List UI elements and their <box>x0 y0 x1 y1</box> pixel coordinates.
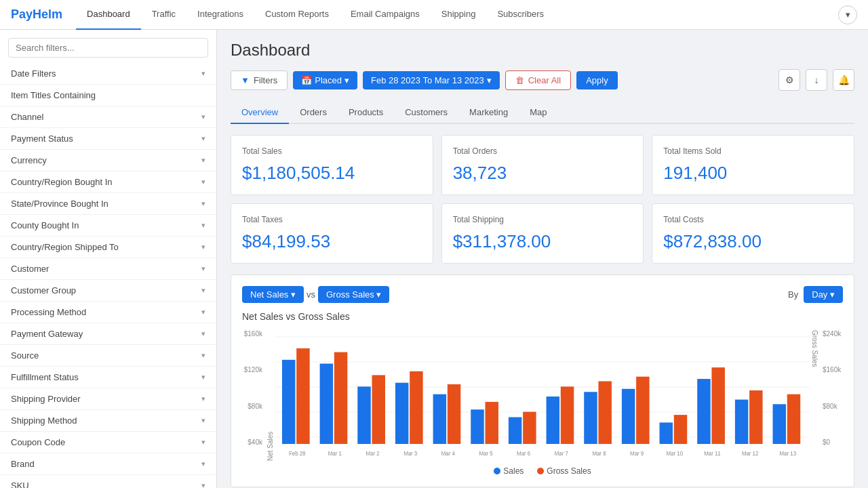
chevron-down-icon: ▾ <box>201 199 205 208</box>
vs-text: vs <box>307 289 315 300</box>
chart-svg: Feb 28Mar 1Mar 2Mar 3Mar 4Mar 5Mar 6Mar … <box>275 330 810 459</box>
chevron-down-icon: ▾ <box>201 460 205 468</box>
sidebar-item-label: Processing Method <box>11 307 86 317</box>
day-button[interactable]: Day ▾ <box>804 286 843 303</box>
sidebar-item-label: Payment Status <box>11 134 73 144</box>
chevron-down-icon: ▾ <box>201 286 205 295</box>
chevron-down-icon: ▾ <box>201 394 205 403</box>
chart-toolbar: Net Sales ▾ vs Gross Sales ▾ By Day ▾ <box>242 286 843 303</box>
metric-label: Total Orders <box>453 146 633 156</box>
download-icon: ↓ <box>814 75 819 85</box>
gross-bar <box>561 386 574 444</box>
y-axis-right-title: Gross Sales <box>811 330 818 461</box>
gross-bar <box>598 381 611 444</box>
net-bar <box>509 418 521 445</box>
sidebar-item-fulfillment-status[interactable]: Fulfillment Status▾ <box>0 367 216 388</box>
sidebar-item-label: Currency <box>11 155 47 165</box>
sidebar-item-label: Source <box>11 350 39 361</box>
clear-all-button[interactable]: 🗑 Clear All <box>505 70 571 90</box>
metric-value: $872,838.00 <box>663 231 843 252</box>
sidebar-item-country-region-shipped-to[interactable]: Country/Region Shipped To▾ <box>0 237 216 258</box>
user-menu-button[interactable]: ▾ <box>838 5 857 24</box>
legend-item-gross-sales: Gross Sales <box>537 466 591 476</box>
tab-overview[interactable]: Overview <box>231 102 289 124</box>
sidebar-item-payment-status[interactable]: Payment Status▾ <box>0 128 216 150</box>
nav-item-email-campaigns[interactable]: Email Campaigns <box>340 0 431 30</box>
metrics-grid: Total Sales$1,180,505.14Total Orders38,7… <box>231 135 854 264</box>
sidebar-item-label: Item Titles Containing <box>11 90 96 100</box>
sidebar-item-state-province-bought-in[interactable]: State/Province Bought In▾ <box>0 193 216 215</box>
search-input[interactable] <box>8 38 208 58</box>
sidebar-item-label: SKU <box>11 481 29 488</box>
metric-card-total-items-sold: Total Items Sold191,400 <box>652 135 854 195</box>
sidebar-item-item-titles-containing[interactable]: Item Titles Containing <box>0 85 216 106</box>
net-bar <box>584 392 597 444</box>
date-range-button[interactable]: Feb 28 2023 To Mar 13 2023 ▾ <box>363 71 500 89</box>
sidebar-item-label: Shipping Provider <box>11 394 81 404</box>
page-title: Dashboard <box>231 41 854 60</box>
net-sales-button[interactable]: Net Sales ▾ <box>242 286 304 303</box>
x-label: Mar 3 <box>403 449 417 457</box>
brand-logo[interactable]: PayHelm <box>11 7 62 22</box>
sidebar-item-source[interactable]: Source▾ <box>0 345 216 367</box>
sidebar-item-customer[interactable]: Customer▾ <box>0 258 216 280</box>
nav-item-custom-reports[interactable]: Custom Reports <box>254 0 340 30</box>
brand-name: PayHelm <box>11 7 62 22</box>
gross-sales-button[interactable]: Gross Sales ▾ <box>318 286 389 303</box>
sidebar-item-label: Shipping Method <box>11 415 77 426</box>
x-label: Mar 12 <box>742 449 759 457</box>
nav-item-traffic[interactable]: Traffic <box>141 0 186 30</box>
toolbar: ▼ Filters 📅 Placed ▾ Feb 28 2023 To Mar … <box>231 69 854 91</box>
net-bar <box>622 389 635 444</box>
placed-button[interactable]: 📅 Placed ▾ <box>293 71 357 89</box>
x-label: Mar 4 <box>441 449 455 457</box>
sidebar-item-customer-group[interactable]: Customer Group▾ <box>0 280 216 302</box>
gross-bar <box>636 377 649 444</box>
filter-icon: ▼ <box>241 75 250 85</box>
filters-button[interactable]: ▼ Filters <box>231 70 288 90</box>
sidebar-item-label: Channel <box>11 112 43 122</box>
tab-orders[interactable]: Orders <box>289 102 338 124</box>
gear-icon: ⚙ <box>785 75 794 85</box>
nav-item-shipping[interactable]: Shipping <box>431 0 487 30</box>
gross-bar <box>711 367 724 444</box>
calendar-icon: 📅 <box>301 75 312 85</box>
sidebar-item-processing-method[interactable]: Processing Method▾ <box>0 302 216 323</box>
sidebar-item-county-bought-in[interactable]: County Bought In▾ <box>0 215 216 237</box>
nav-item-subscribers[interactable]: Subscribers <box>486 0 555 30</box>
sidebar-item-brand[interactable]: Brand▾ <box>0 453 216 475</box>
gross-bar <box>787 394 800 444</box>
tab-map[interactable]: Map <box>519 102 557 124</box>
tab-products[interactable]: Products <box>338 102 394 124</box>
content-area: Dashboard ▼ Filters 📅 Placed ▾ Feb 28 20… <box>217 30 868 488</box>
sidebar-item-coupon-code[interactable]: Coupon Code▾ <box>0 432 216 453</box>
tab-customers[interactable]: Customers <box>394 102 458 124</box>
chevron-down-icon: ▾ <box>201 134 205 143</box>
nav-item-integrations[interactable]: Integrations <box>186 0 254 30</box>
download-button[interactable]: ↓ <box>806 69 827 91</box>
sidebar-item-shipping-provider[interactable]: Shipping Provider▾ <box>0 388 216 410</box>
settings-button[interactable]: ⚙ <box>778 69 800 91</box>
metric-card-total-taxes: Total Taxes$84,199.53 <box>231 203 433 264</box>
sidebar-item-label: Customer Group <box>11 285 76 296</box>
chevron-down-icon: ▾ <box>201 178 205 186</box>
sidebar-item-channel[interactable]: Channel▾ <box>0 106 216 128</box>
legend-item-sales: Sales <box>494 466 524 476</box>
sidebar-item-shipping-method[interactable]: Shipping Method▾ <box>0 410 216 432</box>
chart-container: Net Sales ▾ vs Gross Sales ▾ By Day ▾ Ne… <box>231 274 854 487</box>
notification-button[interactable]: 🔔 <box>833 69 854 91</box>
metric-label: Total Taxes <box>242 215 422 224</box>
sidebar-item-date-filters[interactable]: Date Filters▾ <box>0 63 216 85</box>
sidebar-item-label: Brand <box>11 459 35 469</box>
tab-marketing[interactable]: Marketing <box>458 102 519 124</box>
sidebar-item-payment-gateway[interactable]: Payment Gateway▾ <box>0 323 216 345</box>
bell-icon: 🔔 <box>838 75 850 85</box>
sidebar-item-sku[interactable]: SKU▾ <box>0 475 216 488</box>
nav-items: DashboardTrafficIntegrationsCustom Repor… <box>76 0 555 30</box>
legend-dot <box>537 468 544 474</box>
sidebar-item-currency[interactable]: Currency▾ <box>0 150 216 171</box>
apply-button[interactable]: Apply <box>576 71 618 89</box>
sidebar-item-country-region-bought-in[interactable]: Country/Region Bought In▾ <box>0 171 216 193</box>
chevron-down-icon: ▾ <box>201 264 205 273</box>
nav-item-dashboard[interactable]: Dashboard <box>76 0 141 30</box>
